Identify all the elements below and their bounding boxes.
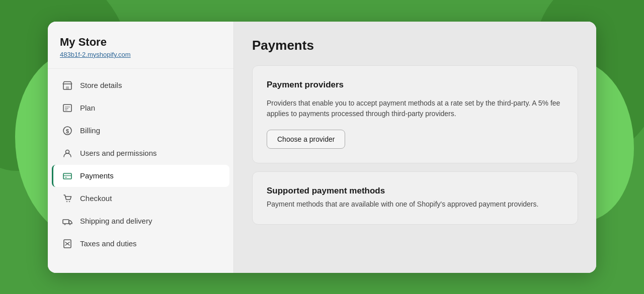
svg-point-12 (66, 201, 68, 203)
users-icon (62, 148, 73, 159)
sidebar-item-label: Checkout (80, 194, 112, 203)
sidebar-item-taxes-duties[interactable]: Taxes and duties (52, 233, 229, 255)
svg-rect-14 (63, 220, 69, 224)
sidebar-item-label: Payments (80, 171, 114, 180)
svg-rect-10 (63, 175, 71, 176)
checkout-icon (62, 193, 73, 204)
svg-point-15 (64, 224, 66, 225)
billing-icon: $ (62, 125, 73, 136)
sidebar-item-label: Taxes and duties (80, 239, 137, 248)
svg-rect-11 (65, 177, 67, 178)
supported-methods-card: Supported payment methods Payment method… (252, 171, 578, 225)
sidebar-item-checkout[interactable]: Checkout (52, 187, 229, 210)
svg-rect-5 (65, 110, 67, 111)
sidebar-item-label: Store details (80, 81, 122, 89)
store-icon (62, 80, 73, 91)
app-window: My Store 483b1f-2.myshopify.com Store de… (48, 22, 596, 273)
svg-rect-3 (65, 107, 70, 108)
store-header: My Store 483b1f-2.myshopify.com (48, 22, 233, 69)
svg-text:$: $ (66, 128, 69, 134)
page-title: Payments (252, 38, 578, 53)
plan-icon (62, 103, 73, 114)
supported-methods-description: Payment methods that are available with … (267, 199, 564, 210)
sidebar-item-label: Plan (80, 104, 95, 112)
shipping-icon (62, 216, 73, 227)
svg-point-16 (69, 224, 71, 225)
svg-rect-1 (66, 86, 69, 89)
sidebar-item-billing[interactable]: $ Billing (52, 120, 229, 142)
payment-providers-title: Payment providers (267, 80, 564, 90)
sidebar-nav: Store details Plan (48, 69, 233, 273)
sidebar-item-label: Users and permissions (80, 149, 157, 157)
choose-provider-button[interactable]: Choose a provider (267, 130, 345, 149)
sidebar-item-users-permissions[interactable]: Users and permissions (52, 142, 229, 164)
sidebar-item-payments[interactable]: Payments (52, 165, 229, 187)
main-content: Payments Payment providers Providers tha… (234, 22, 596, 273)
sidebar-item-store-details[interactable]: Store details (52, 74, 229, 96)
sidebar: My Store 483b1f-2.myshopify.com Store de… (48, 22, 234, 273)
payments-icon (62, 170, 73, 181)
payment-providers-description: Providers that enable you to accept paym… (267, 98, 564, 120)
taxes-icon (62, 238, 73, 249)
sidebar-item-shipping-delivery[interactable]: Shipping and delivery (52, 210, 229, 232)
svg-rect-4 (65, 108, 68, 109)
store-name: My Store (60, 36, 221, 49)
sidebar-item-plan[interactable]: Plan (52, 97, 229, 119)
payment-providers-card: Payment providers Providers that enable … (252, 65, 578, 163)
svg-point-13 (69, 201, 70, 203)
sidebar-item-label: Billing (80, 126, 100, 135)
sidebar-item-label: Shipping and delivery (80, 217, 152, 225)
supported-methods-title: Supported payment methods (267, 186, 564, 196)
store-url[interactable]: 483b1f-2.myshopify.com (60, 51, 221, 58)
